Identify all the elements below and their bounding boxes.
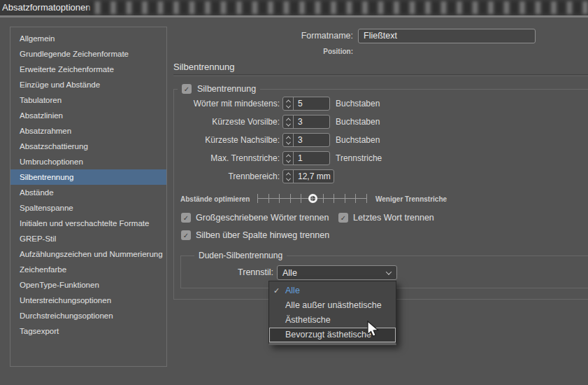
hyphenation-style-select[interactable]: Alle xyxy=(277,265,397,280)
checkbox-row-capitalized-words[interactable]: ✓ Großgeschriebene Wörter trennen xyxy=(181,213,329,223)
menu-item-label: Bevorzugt ästhetische xyxy=(285,330,371,340)
hyphenation-style-value: Alle xyxy=(282,268,297,278)
last-word-checkbox[interactable]: ✓ xyxy=(338,213,348,223)
min-letters-value[interactable]: 5 xyxy=(294,97,329,110)
sidebar-item-tagsexport[interactable]: Tagsexport xyxy=(10,323,166,339)
shortest-prefix-stepper[interactable]: 3 xyxy=(282,115,330,129)
sidebar-item-opentype-funktionen[interactable]: OpenType-Funktionen xyxy=(10,277,166,293)
checkbox-row-across-column[interactable]: ✓ Silben über Spalte hinweg trennen xyxy=(181,230,329,240)
shortest-prefix-label: Kürzeste Vorsilbe: xyxy=(173,117,280,127)
position-label: Position: xyxy=(173,48,353,57)
slider-left-label: Abstände optimieren xyxy=(180,195,250,203)
format-name-input[interactable]: Fließtext xyxy=(358,29,536,43)
sidebar-item-tabulatoren[interactable]: Tabulatoren xyxy=(10,92,166,108)
chevron-down-icon xyxy=(386,269,392,274)
stepper-arrows-icon[interactable] xyxy=(283,152,294,164)
sidebar-item-erweiterte-zeichenformate[interactable]: Erweiterte Zeichenformate xyxy=(10,62,166,77)
hyphenation-style-label: Trennstil: xyxy=(180,265,273,280)
shortest-prefix-value[interactable]: 3 xyxy=(294,115,329,128)
sidebar-item-grep-stil[interactable]: GREP-Stil xyxy=(10,231,166,246)
titlebar-divider xyxy=(0,15,588,18)
max-hyphens-label: Max. Trennstriche: xyxy=(173,153,280,163)
slider-right-label: Weniger Trennstriche xyxy=(375,195,447,203)
sidebar-item-grundlegende-zeichenformate[interactable]: Grundlegende Zeichenformate xyxy=(10,46,166,62)
sidebar-item-absatzschattierung[interactable]: Absatzschattierung xyxy=(10,139,166,154)
checkmark-icon: ✓ xyxy=(184,85,189,93)
checkmark-icon: ✓ xyxy=(183,232,189,239)
across-column-checkbox[interactable]: ✓ xyxy=(181,230,191,240)
capitalized-words-label: Großgeschriebene Wörter trennen xyxy=(196,213,329,223)
dialog-titlebar[interactable]: Absatzformatoptionen xyxy=(0,0,588,15)
sidebar-item-absatzlinien[interactable]: Absatzlinien xyxy=(10,108,166,123)
field-row-max-hyphens: Max. Trennstriche: 1 Trennstriche xyxy=(173,151,382,165)
field-row-shortest-suffix: Kürzeste Nachsilbe: 3 Buchstaben xyxy=(173,133,380,147)
sidebar-item-unterstreichungsoptionen[interactable]: Unterstreichungsoptionen xyxy=(10,293,166,308)
dialog-title: Absatzformatoptionen xyxy=(2,2,90,13)
max-hyphens-value[interactable]: 1 xyxy=(294,152,329,164)
sidebar-item-abstaende[interactable]: Abstände xyxy=(10,185,166,200)
capitalized-words-checkbox[interactable]: ✓ xyxy=(181,213,191,223)
page-title: Silbentrennung xyxy=(173,62,234,72)
hyphenation-group-label: Silbentrennung xyxy=(197,84,256,94)
sidebar-item-initialen-und-verschachtelte-formate[interactable]: Initialen und verschachtelte Formate xyxy=(10,216,166,231)
shortest-suffix-label: Kürzeste Nachsilbe: xyxy=(173,135,280,145)
slider-knob[interactable] xyxy=(308,194,317,203)
sidebar-item-spaltenspanne[interactable]: Spaltenspanne xyxy=(10,200,166,216)
field-row-shortest-prefix: Kürzeste Vorsilbe: 3 Buchstaben xyxy=(173,115,380,129)
style-options-sidebar: Allgemein Grundlegende Zeichenformate Er… xyxy=(10,27,167,367)
max-hyphens-stepper[interactable]: 1 xyxy=(282,151,330,165)
menu-item-label: Ästhetische xyxy=(285,315,331,325)
hyphenation-checkbox[interactable]: ✓ xyxy=(182,84,192,94)
max-hyphens-suffix: Trennstriche xyxy=(336,153,382,163)
checkmark-icon: ✓ xyxy=(183,214,189,222)
titlebar-blurred-pattern xyxy=(89,1,588,14)
shortest-suffix-stepper[interactable]: 3 xyxy=(282,133,330,147)
menu-item-alle-ausser-unaesthetische[interactable]: Alle außer unästhetische xyxy=(269,298,396,313)
stepper-arrows-icon[interactable] xyxy=(283,134,294,146)
menu-item-label: Alle außer unästhetische xyxy=(285,300,382,310)
hyphenation-slider[interactable] xyxy=(257,194,367,203)
sidebar-item-allgemein[interactable]: Allgemein xyxy=(10,31,166,46)
hyphenation-zone-label: Trennbereich: xyxy=(173,172,280,181)
sidebar-item-aufzaehlungszeichen-und-nummerierung[interactable]: Aufzählungszeichen und Nummerierung xyxy=(10,246,166,262)
min-letters-stepper[interactable]: 5 xyxy=(282,97,330,111)
duden-group-legend: Duden-Silbentrennung xyxy=(194,250,287,261)
across-column-label: Silben über Spalte hinweg trennen xyxy=(196,230,329,240)
menu-item-alle[interactable]: ✓ Alle xyxy=(269,284,396,298)
last-word-label: Letztes Wort trennen xyxy=(353,213,434,223)
min-letters-label: Wörter mit mindestens: xyxy=(173,99,280,108)
sidebar-item-umbruchoptionen[interactable]: Umbruchoptionen xyxy=(10,154,166,169)
sidebar-item-durchstreichungsoptionen[interactable]: Durchstreichungsoptionen xyxy=(10,308,166,323)
checkmark-icon: ✓ xyxy=(273,284,280,298)
shortest-prefix-suffix: Buchstaben xyxy=(336,117,380,127)
hyphenation-zone-value[interactable]: 12,7 mm xyxy=(294,170,334,183)
min-letters-suffix: Buchstaben xyxy=(336,99,380,108)
field-row-min-letters: Wörter mit mindestens: 5 Buchstaben xyxy=(173,97,380,111)
checkmark-icon: ✓ xyxy=(340,214,346,222)
sidebar-item-absatzrahmen[interactable]: Absatzrahmen xyxy=(10,123,166,139)
stepper-arrows-icon[interactable] xyxy=(283,115,294,128)
field-row-hyphenation-zone: Trennbereich: 12,7 mm xyxy=(173,169,334,183)
mouse-cursor-icon xyxy=(366,321,382,342)
sidebar-item-einzuege-und-abstaende[interactable]: Einzüge und Abstände xyxy=(10,77,166,92)
duden-group-label: Duden-Silbentrennung xyxy=(199,251,282,260)
sidebar-item-zeichenfarbe[interactable]: Zeichenfarbe xyxy=(10,262,166,277)
checkbox-row-last-word[interactable]: ✓ Letztes Wort trennen xyxy=(338,213,434,223)
header-separator xyxy=(173,74,588,76)
format-name-label: Formatname: xyxy=(173,29,353,43)
shortest-suffix-suffix: Buchstaben xyxy=(336,135,380,145)
stepper-arrows-icon[interactable] xyxy=(283,97,294,110)
sidebar-item-silbentrennung[interactable]: Silbentrennung xyxy=(10,169,166,185)
hyphenation-group-legend: ✓ Silbentrennung xyxy=(178,83,260,94)
shortest-suffix-value[interactable]: 3 xyxy=(294,134,329,146)
menu-item-label: Alle xyxy=(285,286,300,295)
hyphenation-zone-stepper[interactable]: 12,7 mm xyxy=(282,169,334,183)
stepper-arrows-icon[interactable] xyxy=(283,170,294,183)
